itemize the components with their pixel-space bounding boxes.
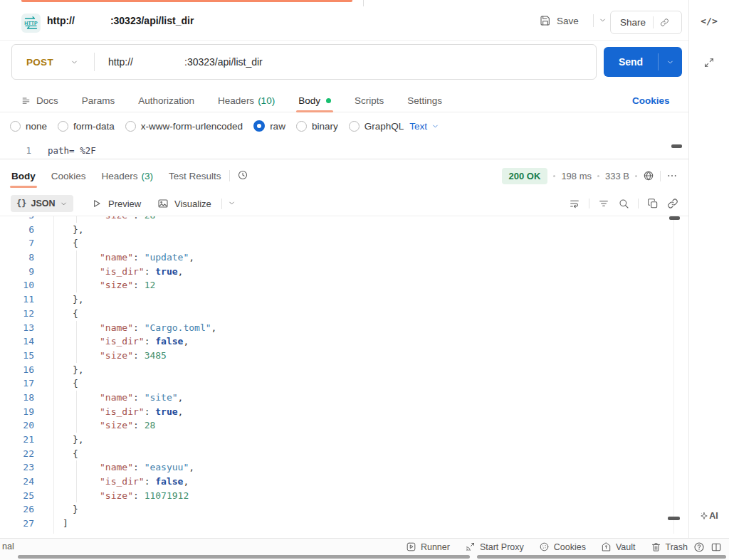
line-number: 20 bbox=[0, 418, 34, 433]
more-options-icon[interactable] bbox=[666, 170, 678, 181]
chevron-down-icon[interactable] bbox=[228, 199, 236, 207]
response-tab-cookies[interactable]: Cookies bbox=[51, 171, 86, 181]
body-mode-form-data[interactable]: form-data bbox=[58, 121, 115, 132]
tab-scripts[interactable]: Scripts bbox=[355, 89, 384, 112]
code-text: "is_dir": true, bbox=[100, 265, 183, 279]
code-line-18: 18"name": "site", bbox=[0, 391, 688, 405]
response-tab-body[interactable]: Body bbox=[11, 171, 36, 181]
response-tab-label: Cookies bbox=[51, 171, 86, 181]
line-number: 6 bbox=[0, 223, 34, 237]
body-mode-x-www-form-urlencoded[interactable]: x-www-form-urlencoded bbox=[125, 121, 243, 132]
language-selector[interactable]: Text bbox=[409, 121, 439, 132]
url-input[interactable]: http:// :30323/api/list_dir bbox=[108, 56, 263, 68]
help-icon[interactable] bbox=[693, 541, 705, 553]
indent-guide bbox=[76, 278, 77, 292]
response-tab-count: (3) bbox=[142, 171, 154, 181]
body-mode-none[interactable]: none bbox=[10, 121, 47, 132]
tab-body[interactable]: Body bbox=[298, 89, 331, 112]
runner-icon bbox=[406, 541, 416, 552]
request-tabs-row: DocsParamsAuthorizationHeaders(10)BodySc… bbox=[0, 89, 688, 112]
chevron-down-icon bbox=[70, 58, 78, 66]
code-text: }, bbox=[73, 363, 84, 377]
code-text: "name": "site", bbox=[100, 391, 183, 405]
wrap-text-icon[interactable] bbox=[569, 198, 580, 209]
editor-scrollbar-thumb[interactable] bbox=[671, 144, 682, 148]
globe-icon[interactable] bbox=[643, 170, 654, 181]
chevron-down-icon[interactable] bbox=[659, 58, 682, 66]
ai-assistant-button[interactable]: AI bbox=[689, 511, 729, 521]
tab-headers[interactable]: Headers(10) bbox=[218, 89, 275, 112]
horizontal-scrollbar[interactable] bbox=[477, 555, 726, 559]
scrollbar-thumb[interactable] bbox=[669, 216, 680, 220]
save-button[interactable]: Save bbox=[540, 10, 579, 31]
raw-body-editor[interactable]: 1 path= %2F bbox=[0, 142, 688, 159]
share-button[interactable]: Share bbox=[610, 11, 682, 34]
response-tab-test-results[interactable]: Test Results bbox=[169, 171, 221, 181]
preview-label: Preview bbox=[108, 199, 141, 209]
chevron-down-icon[interactable] bbox=[599, 16, 607, 24]
token: : bbox=[145, 336, 156, 347]
line-number: 17 bbox=[0, 376, 34, 391]
body-mode-graphql[interactable]: GraphQL bbox=[349, 121, 404, 132]
status-left-partial[interactable]: nal bbox=[2, 541, 14, 551]
pane-divider[interactable] bbox=[0, 159, 688, 159]
tab-authorization[interactable]: Authorization bbox=[138, 89, 194, 112]
statusbar-runner[interactable]: Runner bbox=[406, 541, 450, 552]
unsaved-changes-dot bbox=[326, 98, 331, 103]
statusbar-label: Runner bbox=[421, 542, 450, 552]
search-icon[interactable] bbox=[618, 198, 629, 209]
token: true bbox=[155, 406, 177, 417]
code-line-26: 26} bbox=[0, 502, 688, 517]
code-line-10: 10"size": 12 bbox=[0, 278, 688, 292]
token: "is_dir" bbox=[100, 476, 145, 487]
link-icon[interactable] bbox=[654, 18, 676, 27]
radio-raw bbox=[253, 120, 265, 132]
format-selector[interactable]: {} JSON bbox=[11, 195, 73, 212]
line-number: 9 bbox=[0, 265, 34, 279]
response-size[interactable]: 333 B bbox=[605, 171, 629, 181]
status-badge[interactable]: 200 OK bbox=[502, 168, 548, 184]
token: true bbox=[155, 266, 177, 277]
send-button[interactable]: Send bbox=[604, 47, 682, 77]
statusbar-start-proxy[interactable]: Start Proxy bbox=[465, 541, 524, 552]
line-number: 27 bbox=[0, 517, 34, 531]
body-mode-label: GraphQL bbox=[364, 121, 404, 132]
statusbar-cookies[interactable]: Cookies bbox=[539, 541, 586, 552]
line-number: 15 bbox=[0, 349, 34, 363]
scrollbar-thumb[interactable] bbox=[668, 517, 680, 520]
response-tab-headers[interactable]: Headers(3) bbox=[102, 171, 154, 181]
filter-icon[interactable] bbox=[598, 198, 609, 209]
code-text: "size": 11071912 bbox=[100, 489, 189, 503]
response-tab-label: Body bbox=[11, 171, 36, 181]
response-body-viewer[interactable]: 5"size": 286},7{8"name": "update",9"is_d… bbox=[0, 216, 688, 534]
statusbar-vault[interactable]: Vault bbox=[601, 541, 636, 552]
line-number: 12 bbox=[0, 307, 34, 321]
tab-params[interactable]: Params bbox=[82, 89, 115, 112]
visualize-button[interactable]: Visualize bbox=[157, 195, 211, 212]
code-line-20: 20"size": 28 bbox=[0, 418, 688, 433]
body-mode-binary[interactable]: binary bbox=[296, 121, 338, 132]
preview-button[interactable]: Preview bbox=[91, 195, 141, 212]
statusbar-trash[interactable]: Trash bbox=[651, 541, 688, 552]
body-mode-raw[interactable]: raw bbox=[253, 120, 285, 132]
history-icon[interactable] bbox=[237, 169, 248, 181]
tab-settings[interactable]: Settings bbox=[407, 89, 442, 112]
method-selector[interactable]: POST bbox=[12, 57, 78, 68]
indent-guide bbox=[76, 391, 77, 405]
share-label: Share bbox=[611, 17, 653, 28]
resize-arrows-icon[interactable] bbox=[689, 57, 729, 68]
tab-docs[interactable]: Docs bbox=[21, 89, 58, 112]
code-text: "size": 3485 bbox=[100, 349, 167, 363]
response-time[interactable]: 198 ms bbox=[561, 171, 592, 181]
split-pane-icon[interactable] bbox=[710, 541, 722, 553]
url-bar: POST http:// :30323/api/list_dir bbox=[11, 44, 597, 80]
horizontal-scrollbar[interactable] bbox=[18, 555, 470, 559]
copy-icon[interactable] bbox=[647, 198, 659, 209]
vault-icon bbox=[601, 541, 612, 552]
indent-guide bbox=[76, 321, 77, 335]
token: "size" bbox=[100, 350, 133, 361]
request-title-prefix: http:// bbox=[47, 15, 75, 26]
cookies-link[interactable]: Cookies bbox=[632, 89, 670, 112]
code-snippet-icon[interactable]: </> bbox=[689, 16, 729, 26]
link-icon[interactable] bbox=[667, 198, 678, 209]
